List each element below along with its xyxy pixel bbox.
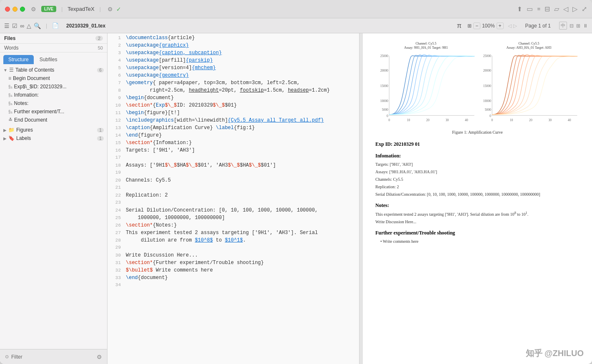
sidebar-icon[interactable]: ▱ <box>554 5 559 13</box>
file-icon: 📄 <box>52 22 59 29</box>
structure-icon[interactable]: ☰ <box>4 22 10 29</box>
maximize-button[interactable] <box>20 7 25 12</box>
svg-text:10: 10 <box>510 118 513 122</box>
toc-label: Table of Contents <box>15 67 97 73</box>
svg-text:20: 20 <box>426 118 430 122</box>
code-line: 21 <box>107 185 359 192</box>
preview-area[interactable]: Channel: Cy5.5 Assay: 9H1_HA_01 Target: … <box>363 33 592 364</box>
tree-begin-document[interactable]: ≡ Begin Document <box>0 74 107 82</box>
chart1-title: Channel: Cy5.5 Assay: 9H1_HA_01 Target: … <box>375 42 477 50</box>
svg-text:20: 20 <box>529 118 532 122</box>
live-badge: LIVE <box>41 6 56 12</box>
col3-icon[interactable]: ⊞ <box>576 23 580 29</box>
columns-icon[interactable]: ≡ <box>537 6 540 12</box>
code-editor[interactable]: 1\documentclass{article} 2\usepackage{gr… <box>107 33 359 364</box>
svg-text:30: 30 <box>445 118 449 122</box>
view-controls: 中 ⊟ ⊞ ⏸ <box>559 22 588 30</box>
code-line: 6\usepackage{geometry} <box>107 72 359 80</box>
code-line: 26\section*{Notes:} <box>107 222 359 230</box>
code-line: 8 right=2.5cm, headheight=20pt, footskip… <box>107 87 359 95</box>
grid-view-icon[interactable]: ⊞ <box>467 23 472 29</box>
svg-text:20000: 20000 <box>380 69 388 73</box>
tab-structure[interactable]: Structure <box>3 55 34 64</box>
svg-text:10: 10 <box>407 118 410 122</box>
fig-caption: Figure 1: Amplification Curve <box>452 129 502 135</box>
svg-text:40: 40 <box>465 118 468 122</box>
code-line: 9\begin{document} <box>107 95 359 102</box>
zoom-minus-icon[interactable]: − <box>473 22 480 29</box>
triangle-icon[interactable]: △ <box>27 22 31 29</box>
layout-icon[interactable]: ▭ <box>527 5 533 13</box>
forward-icon[interactable]: ▷ <box>572 5 577 13</box>
titlebar-right-icons: ⬆ ▭ ≡ ⊟ ▱ ◁ ▷ ⤢ <box>517 5 587 13</box>
preview-further-title: Further experiment/Trouble shooting <box>375 229 580 237</box>
code-line: 3\usepackage{caption, subcaption} <box>107 50 359 57</box>
words-row: Words 50 <box>0 44 107 52</box>
nav-next-icon[interactable]: ▷ <box>513 23 517 29</box>
tree-infomation[interactable]: §₁ Infomation: <box>0 91 107 99</box>
fullscreen-icon[interactable]: ⤢ <box>582 5 587 13</box>
editor-area[interactable]: 1\documentclass{article} 2\usepackage{gr… <box>107 33 360 364</box>
gear-icon[interactable]: ⚙ <box>31 6 36 12</box>
preview-expid-title: Exp ID: 20210329 01 <box>375 140 580 148</box>
tree-notes[interactable]: §₁ Notes: <box>0 99 107 107</box>
svg-text:25000: 25000 <box>380 54 388 58</box>
svg-text:0: 0 <box>388 118 390 122</box>
share-icon[interactable]: ⬆ <box>517 5 522 13</box>
cjk-icon[interactable]: 中 <box>559 22 567 30</box>
code-line: 27This experiment tested 2 assays target… <box>107 230 359 237</box>
code-line: 32$\bullet$ Write comments here <box>107 267 359 275</box>
code-line: 12\includegraphics[width=\linewidth]{Cy5… <box>107 117 359 125</box>
code-line: 7\geometry{ paper=a4paper, top=3cm, bott… <box>107 80 359 87</box>
tree-end-document[interactable]: ≛ End Document <box>0 116 107 124</box>
col2-icon[interactable]: ⊟ <box>570 23 574 29</box>
split-icon[interactable]: ⊟ <box>545 5 550 13</box>
settings-icon[interactable]: ⚙ <box>107 6 113 12</box>
label-icon: 🔖 <box>8 135 15 141</box>
code-line: 20Channels: Cy5.5 <box>107 177 359 185</box>
close-button[interactable] <box>5 7 10 12</box>
begin-doc-icon: ≡ <box>8 75 11 81</box>
svg-text:10000: 10000 <box>483 99 491 103</box>
main-window: ⚙ LIVE | TexpadTeX | ⚙ ✓ ⬆ ▭ ≡ ⊟ ▱ ◁ ▷ ⤢… <box>0 0 592 364</box>
preview-infomation-title: Infomation: <box>375 152 580 160</box>
tree-exp-id[interactable]: §₁ Exp$\_$ID: 20210329... <box>0 82 107 91</box>
code-line: 15\section*{Infomation:} <box>107 140 359 147</box>
preview-figure: Channel: Cy5.5 Assay: 9H1_HA_01 Target: … <box>375 42 580 135</box>
preview-replication: Replication: 2 <box>375 184 580 190</box>
svg-text:40: 40 <box>568 118 571 122</box>
words-count: 50 <box>98 45 103 50</box>
tab-subfiles[interactable]: Subfiles <box>35 55 62 64</box>
page-indicator: Page 1 of 1 <box>525 23 551 29</box>
preview-notes-body1: This experiment tested 2 assays targetin… <box>375 211 580 217</box>
tree-further[interactable]: §₁ Further experiment/T... <box>0 107 107 116</box>
preview-serial: Serial Dilution/Concentration: [0, 10, 1… <box>375 191 580 197</box>
nav-prev-icon[interactable]: ◁ <box>508 23 512 29</box>
check-square-icon[interactable]: ☑ <box>12 22 17 29</box>
preview-notes-body2: Write Discussion Here... <box>375 219 580 225</box>
infinity-icon[interactable]: ∞ <box>20 22 24 29</box>
code-line: 23 <box>107 200 359 207</box>
sidebar-tree: ▼ ☰ Table of Contents 6 ≡ Begin Document… <box>0 64 107 349</box>
pause-icon[interactable]: ⏸ <box>583 23 588 29</box>
files-count: 2 <box>95 36 103 41</box>
filename-label: 20210329_01.tex <box>66 23 105 29</box>
svg-text:20000: 20000 <box>483 69 491 73</box>
chevron-right-icon-labels: ▶ <box>3 136 7 141</box>
figures-item[interactable]: ▶ 📁 Figures 1 <box>0 126 107 134</box>
code-line: 19 <box>107 170 359 177</box>
figures-label: Figures <box>16 127 97 133</box>
code-line: 24Serial Dilution/Concentration: [0, 10,… <box>107 207 359 215</box>
svg-text:30: 30 <box>548 118 552 122</box>
toc-item[interactable]: ▼ ☰ Table of Contents 6 <box>0 66 107 74</box>
files-label: Files <box>4 35 15 41</box>
minimize-button[interactable] <box>12 7 17 12</box>
svg-text:0: 0 <box>490 114 491 118</box>
search-toolbar-icon[interactable]: 🔍 <box>34 22 41 29</box>
labels-item[interactable]: ▶ 🔖 Labels 1 <box>0 134 107 142</box>
back-icon[interactable]: ◁ <box>563 5 568 13</box>
svg-text:15000: 15000 <box>483 84 491 88</box>
sidebar-bottom: ⊙ Filter ⚙ <box>0 349 107 364</box>
filter-gear-icon[interactable]: ⚙ <box>97 354 102 360</box>
zoom-plus-icon[interactable]: + <box>497 22 504 29</box>
